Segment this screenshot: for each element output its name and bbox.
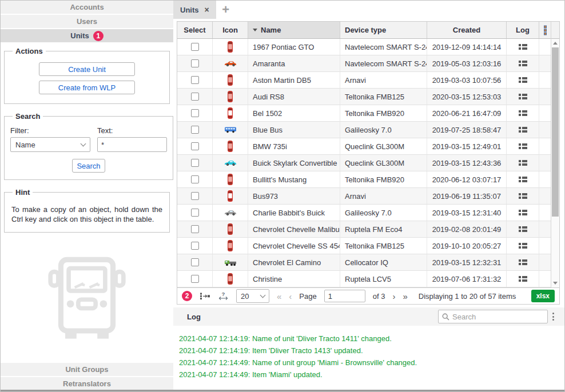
log-search-input[interactable]	[452, 313, 544, 321]
table-row[interactable]: Bullitt's MustangTeltonika FMB9202020-06…	[177, 171, 559, 188]
log-menu-icon[interactable]	[548, 310, 559, 323]
sidebar-item-accounts[interactable]: Accounts	[1, 1, 173, 14]
table-header-row: Select Icon Name Device type Created Log	[177, 22, 559, 39]
row-checkbox[interactable]	[191, 275, 199, 283]
page-size-select[interactable]: 20	[236, 289, 269, 303]
select-cell	[177, 155, 213, 171]
row-log-icon[interactable]	[519, 242, 527, 249]
row-log-icon[interactable]	[519, 259, 527, 266]
scroll-to-selected-icon[interactable]	[200, 292, 210, 300]
table-row[interactable]: Audi RS8Teltonika FMB1252020-03-15 12:53…	[177, 89, 559, 105]
first-page-button[interactable]: «	[277, 292, 281, 301]
table-row[interactable]: ChristineRuptela LCV52019-07-06 17:31:32	[177, 271, 559, 287]
sidebar-item-unit-groups[interactable]: Unit Groups	[1, 363, 173, 376]
last-page-button[interactable]: »	[403, 292, 407, 301]
row-log-icon[interactable]	[519, 159, 527, 166]
row-log-icon[interactable]	[519, 143, 527, 150]
select-cell	[177, 188, 213, 204]
table-row[interactable]: Bel 1502Teltonika FMB9202020-06-21 16:47…	[177, 105, 559, 122]
row-checkbox[interactable]	[191, 192, 199, 200]
row-checkbox[interactable]	[191, 159, 199, 167]
table-row[interactable]: Buick Skylark ConvertibleQueclink GL300M…	[177, 155, 559, 171]
row-log-icon[interactable]	[519, 60, 527, 67]
row-log-icon[interactable]	[519, 126, 527, 133]
row-checkbox[interactable]	[191, 242, 199, 250]
log-entry: 2021-04-07 12:14:49: Name of unit group …	[179, 357, 564, 369]
row-log-icon[interactable]	[519, 93, 527, 100]
table-row[interactable]: 1967 Pontiac GTONavtelecom SMART S-24xx2…	[177, 39, 559, 55]
select-cell	[177, 171, 213, 187]
row-checkbox[interactable]	[191, 225, 199, 233]
row-log-icon[interactable]	[519, 43, 527, 50]
sidebar-item-retranslators[interactable]: Retranslators	[1, 377, 173, 390]
table-row[interactable]: Chevrolet El CaminoCellocator IQ2019-03-…	[177, 254, 559, 271]
row-checkbox[interactable]	[191, 126, 199, 134]
table-row[interactable]: AmarantaNavtelecom SMART S-24xx2019-05-0…	[177, 55, 559, 72]
scrollbar-track[interactable]	[551, 47, 559, 279]
tab-units[interactable]: Units ×	[173, 1, 216, 19]
table-row[interactable]: BMW 735iQueclink GL300M2019-03-15 12:49:…	[177, 138, 559, 155]
row-log-icon[interactable]	[519, 226, 527, 233]
export-xlsx-button[interactable]: xlsx	[531, 290, 555, 302]
row-menu-cell	[539, 138, 552, 154]
row-checkbox[interactable]	[191, 109, 199, 117]
log-cell	[507, 89, 539, 105]
created-cell: 2020-06-21 16:47:09	[427, 105, 507, 121]
column-header-device-type[interactable]: Device type	[340, 22, 427, 38]
sidebar-item-units[interactable]: Units1	[1, 29, 173, 42]
unit-icon-cell	[213, 138, 248, 154]
table-row[interactable]: Charlie Babbit's BuickGalileosky 7.02019…	[177, 205, 559, 221]
row-log-icon[interactable]	[519, 110, 527, 117]
column-header-name[interactable]: Name	[248, 22, 340, 38]
column-header-icon[interactable]: Icon	[213, 22, 248, 38]
auto-column-width-icon[interactable]: ?	[218, 291, 229, 301]
table-row[interactable]: Chevrolet Chevelle SS 454Teltonika FMB12…	[177, 238, 559, 254]
row-checkbox[interactable]	[191, 76, 199, 84]
scrollbar-thumb[interactable]	[552, 47, 559, 217]
unit-icon-cell	[213, 155, 248, 171]
create-unit-button[interactable]: Create Unit	[39, 62, 135, 76]
car-top-icon	[226, 41, 234, 53]
row-checkbox[interactable]	[191, 175, 199, 183]
row-checkbox[interactable]	[191, 59, 199, 67]
row-checkbox[interactable]	[191, 93, 199, 101]
table-row[interactable]: Chevrolet Chevelle MalibuRuptela FM Eco4…	[177, 221, 559, 238]
scroll-down-icon[interactable]	[551, 279, 559, 287]
row-log-icon[interactable]	[519, 275, 527, 282]
close-icon[interactable]: ×	[205, 5, 209, 14]
log-search-box[interactable]	[438, 310, 548, 323]
device-type-cell: Galileosky 7.0	[340, 122, 427, 138]
table-row[interactable]: Bus973Arnavi2019-06-19 11:35:07	[177, 188, 559, 205]
create-from-wlp-button[interactable]: Create from WLP	[39, 81, 135, 94]
column-header-select[interactable]: Select	[177, 22, 213, 38]
next-page-button[interactable]: ›	[392, 292, 395, 301]
table-settings-icon[interactable]	[539, 22, 552, 38]
table-row[interactable]: Aston Martin DB5Arnavi2019-03-03 10:07:5…	[177, 72, 559, 89]
row-log-icon[interactable]	[519, 77, 527, 83]
select-cell	[177, 55, 213, 71]
created-cell: 2019-07-25 18:58:47	[427, 122, 507, 138]
row-checkbox[interactable]	[191, 142, 199, 150]
sidebar-item-users[interactable]: Users	[1, 15, 173, 28]
filter-select[interactable]: Name	[10, 137, 90, 152]
row-log-icon[interactable]	[519, 176, 527, 183]
row-log-icon[interactable]	[519, 193, 527, 199]
search-text-input[interactable]	[97, 137, 167, 152]
add-tab-button[interactable]: +	[216, 1, 236, 19]
row-menu-cell	[539, 221, 552, 237]
row-menu-cell	[539, 39, 552, 55]
scroll-up-icon[interactable]	[551, 39, 559, 47]
row-checkbox[interactable]	[191, 209, 199, 217]
column-header-created[interactable]: Created	[427, 22, 507, 38]
page-number-input[interactable]	[324, 290, 365, 302]
search-button[interactable]: Search	[72, 159, 105, 173]
column-header-log[interactable]: Log	[507, 22, 539, 38]
row-checkbox[interactable]	[191, 43, 199, 51]
vertical-scrollbar[interactable]	[551, 22, 559, 287]
car-side-icon	[224, 60, 237, 67]
prev-page-button[interactable]: ‹	[289, 292, 292, 301]
row-checkbox[interactable]	[191, 258, 199, 266]
table-row[interactable]: Blue BusGalileosky 7.02019-07-25 18:58:4…	[177, 122, 559, 138]
unit-name-cell: 1967 Pontiac GTO	[248, 39, 340, 55]
row-log-icon[interactable]	[519, 209, 527, 216]
